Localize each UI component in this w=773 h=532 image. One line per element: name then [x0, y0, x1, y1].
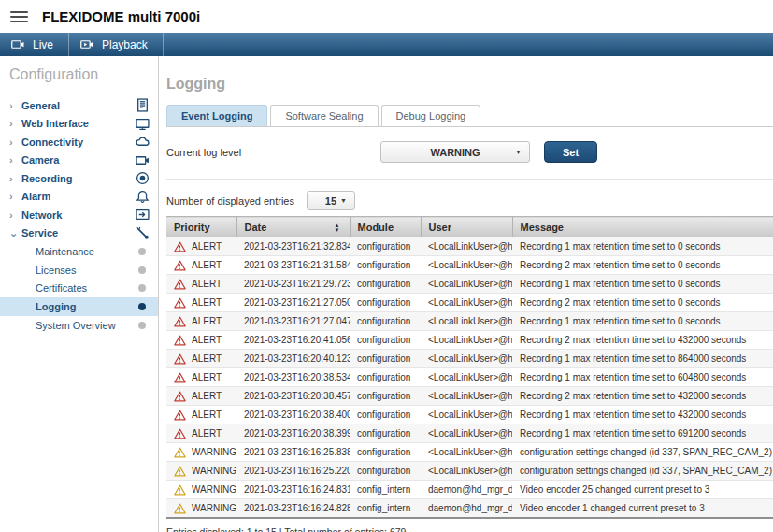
module-cell: configuration [350, 237, 421, 256]
log-level-value: WARNING [430, 147, 480, 158]
main-panel: Logging Event Logging Software Sealing D… [159, 56, 773, 532]
message-cell: Recording 1 max retention time set to 0 … [512, 312, 773, 331]
chevron-right-icon: › [9, 173, 21, 184]
sidebar-item-maintenance[interactable]: Maintenance [0, 242, 158, 261]
sidebar-item-alarm[interactable]: › Alarm [0, 188, 158, 207]
module-cell: config_intern [350, 499, 421, 519]
table-row[interactable]: WARNING 2021-03-23T16:16:25.838+01:00 co… [166, 443, 773, 462]
message-cell: Recording 2 max retention time set to 43… [512, 331, 773, 350]
priority-label: ALERT [192, 353, 222, 364]
message-cell: configuration settings changed (id 337, … [512, 443, 773, 462]
sidebar-item-logging[interactable]: Logging [0, 297, 158, 316]
module-cell: configuration [350, 424, 421, 443]
table-row[interactable]: ALERT 2021-03-23T16:20:38.534+01:00 conf… [166, 368, 773, 387]
sidebar-item-service[interactable]: ⌄ Service [0, 224, 158, 243]
entries-value: 15 [325, 195, 336, 207]
module-cell: configuration [350, 275, 421, 294]
alert-icon [174, 353, 186, 365]
alert-icon [174, 279, 186, 290]
priority-label: ALERT [192, 297, 222, 308]
priority-label: ALERT [192, 391, 222, 401]
user-cell: <LocalLinkUser>@http [421, 256, 512, 275]
message-cell: Recording 1 max retention time set to 0 … [512, 275, 773, 294]
table-row[interactable]: ALERT 2021-03-23T16:20:40.123+01:00 conf… [166, 350, 773, 368]
sidebar-item-system-overview[interactable]: System Overview [0, 316, 158, 335]
title-bar: FLEXIDOME multi 7000i [0, 0, 773, 33]
date-cell: 2021-03-23T16:21:32.834+01:00 [236, 237, 350, 256]
module-cell: configuration [350, 443, 421, 462]
date-cell: 2021-03-23T16:16:24.831+01:00 [236, 481, 350, 499]
table-row[interactable]: ALERT 2021-03-23T16:20:38.399+01:00 conf… [166, 424, 773, 443]
priority-label: ALERT [192, 316, 222, 326]
sidebar-item-recording[interactable]: › Recording [0, 169, 158, 188]
date-cell: 2021-03-23T16:20:38.400+01:00 [236, 406, 350, 424]
user-cell: <LocalLinkUser>@http [421, 368, 512, 387]
table-row[interactable]: ALERT 2021-03-23T16:21:27.050+01:00 conf… [166, 294, 773, 312]
table-row[interactable]: ALERT 2021-03-23T16:20:41.056+01:00 conf… [166, 331, 773, 350]
table-row[interactable]: ALERT 2021-03-23T16:20:38.457+01:00 conf… [166, 387, 773, 406]
alert-icon [174, 241, 186, 252]
chevron-right-icon: › [9, 191, 21, 202]
priority-label: WARNING [192, 447, 236, 457]
sidebar-item-web-interface[interactable]: › Web Interface [0, 115, 158, 134]
tab-software-sealing[interactable]: Software Sealing [270, 105, 378, 126]
module-cell: config_intern [350, 481, 421, 499]
date-cell: 2021-03-23T16:21:27.050+01:00 [236, 294, 350, 312]
priority-label: ALERT [192, 410, 222, 420]
table-row[interactable]: WARNING 2021-03-23T16:16:24.828+01:00 co… [166, 499, 773, 519]
entries-dropdown[interactable]: 15 ▼ [307, 191, 355, 210]
nav-tab-playback[interactable]: Playback [69, 33, 164, 56]
user-cell: <LocalLinkUser>@http [421, 443, 512, 462]
user-cell: daemon@hd_mgr_disp [421, 481, 512, 499]
bell-icon [136, 190, 150, 204]
table-row[interactable]: WARNING 2021-03-23T16:16:25.220+01:00 co… [166, 462, 773, 481]
priority-label: ALERT [192, 260, 222, 270]
form-icon [136, 98, 150, 112]
tab-event-logging[interactable]: Event Logging [166, 105, 267, 126]
message-cell: Recording 1 max retention time set to 43… [512, 406, 773, 424]
sidebar-item-connectivity[interactable]: › Connectivity [0, 133, 158, 151]
priority-label: ALERT [192, 372, 222, 382]
sidebar-item-camera[interactable]: › Camera [0, 151, 158, 170]
priority-label: ALERT [192, 241, 222, 252]
table-row[interactable]: ALERT 2021-03-23T16:20:38.400+01:00 conf… [166, 406, 773, 424]
set-button[interactable]: Set [544, 141, 597, 163]
table-header-row: Priority Date▲▼ Module User Message [166, 217, 773, 237]
date-cell: 2021-03-23T16:20:41.056+01:00 [236, 331, 350, 350]
warning-icon [174, 484, 186, 496]
alert-icon [174, 391, 186, 402]
camera-icon [136, 153, 150, 167]
chevron-right-icon: › [9, 118, 21, 129]
nav-tab-live[interactable]: Live [0, 33, 69, 56]
table-row[interactable]: ALERT 2021-03-23T16:21:27.047+01:00 conf… [166, 312, 773, 331]
sidebar-item-network[interactable]: › Network [0, 206, 158, 224]
chevron-down-icon: ▼ [515, 149, 522, 155]
sidebar-item-licenses[interactable]: Licenses [0, 261, 158, 280]
tab-debug-logging[interactable]: Debug Logging [381, 105, 481, 126]
message-cell: Recording 2 max retention time set to 0 … [512, 294, 773, 312]
date-cell: 2021-03-23T16:21:31.584+01:00 [236, 256, 350, 275]
alert-icon [174, 372, 186, 383]
log-table-body: ALERT 2021-03-23T16:21:32.834+01:00 conf… [166, 237, 773, 519]
date-cell: 2021-03-23T16:21:29.723+01:00 [236, 275, 350, 294]
user-cell: <LocalLinkUser>@http [421, 387, 512, 406]
device-title: FLEXIDOME multi 7000i [42, 8, 200, 24]
table-row[interactable]: WARNING 2021-03-23T16:16:24.831+01:00 co… [166, 481, 773, 499]
playback-icon [80, 37, 94, 51]
priority-label: WARNING [192, 484, 236, 495]
date-cell: 2021-03-23T16:21:27.047+01:00 [236, 312, 350, 331]
date-cell: 2021-03-23T16:20:40.123+01:00 [236, 350, 350, 368]
table-row[interactable]: ALERT 2021-03-23T16:21:29.723+01:00 conf… [166, 275, 773, 294]
message-cell: configuration settings changed (id 337, … [512, 462, 773, 481]
log-level-dropdown[interactable]: WARNING ▼ [380, 141, 530, 163]
table-row[interactable]: ALERT 2021-03-23T16:21:32.834+01:00 conf… [166, 237, 773, 256]
configuration-sidebar: Configuration › General › Web Interface … [0, 56, 159, 532]
message-cell: Recording 1 max retention time set to 60… [512, 368, 773, 387]
table-row[interactable]: ALERT 2021-03-23T16:21:31.584+01:00 conf… [166, 256, 773, 275]
menu-icon[interactable] [10, 11, 28, 22]
col-date[interactable]: Date▲▼ [236, 217, 350, 237]
alert-icon [174, 297, 186, 309]
sidebar-item-general[interactable]: › General [0, 96, 158, 115]
sidebar-item-certificates[interactable]: Certificates [0, 279, 158, 297]
sort-icon[interactable]: ▲▼ [335, 223, 340, 233]
